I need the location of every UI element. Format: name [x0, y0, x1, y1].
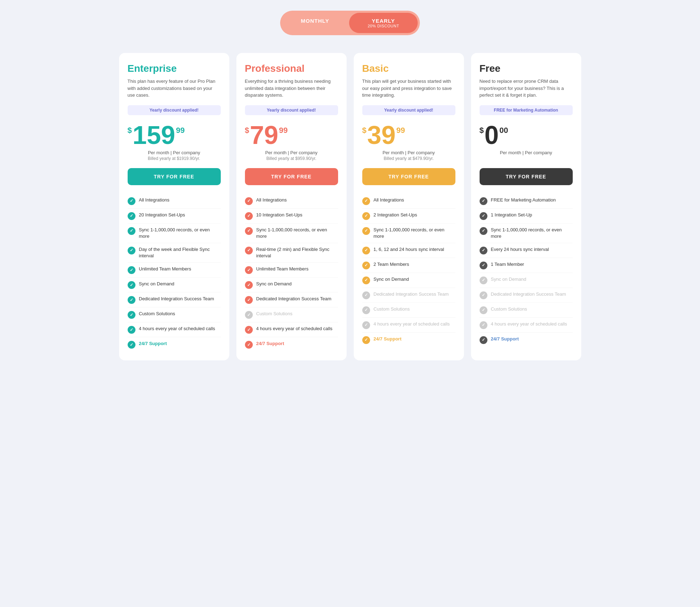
- monthly-label: MONTHLY: [301, 18, 329, 24]
- toggle-monthly[interactable]: MONTHLY: [282, 13, 348, 33]
- check-icon: ✓: [362, 262, 370, 269]
- feature-item: ✓ Sync on Demand: [128, 278, 221, 292]
- feature-text: Sync 1-1,000,000 records, or even more: [491, 227, 573, 240]
- check-icon: ✓: [245, 266, 253, 274]
- plan-name: Basic: [362, 63, 455, 74]
- feature-text: Dedicated Integration Success Team: [139, 296, 214, 302]
- cta-button-professional[interactable]: TRY FOR FREE: [245, 168, 338, 185]
- feature-text: 2 Team Members: [374, 261, 409, 268]
- price-period: Per month | Per company: [480, 150, 573, 155]
- feature-item: ✓ All Integrations: [128, 194, 221, 209]
- check-icon: ✓: [128, 266, 135, 274]
- support-link[interactable]: 24/7 Support: [256, 341, 284, 346]
- check-icon: ✓: [480, 247, 487, 254]
- feature-item: ✓ 24/7 Support: [362, 333, 455, 347]
- check-icon: ✓: [480, 197, 487, 205]
- feature-item: ✓ 1, 6, 12 and 24 hours sync interval: [362, 243, 455, 258]
- feature-text: 1 Integration Set-Up: [491, 212, 532, 218]
- feature-item: ✓ 10 Integration Set-Ups: [245, 209, 338, 224]
- plan-card-enterprise: Enterprise This plan has every feature o…: [119, 53, 229, 360]
- discount-badge: Yearly discount applied!: [362, 105, 455, 115]
- support-link[interactable]: 24/7 Support: [491, 336, 519, 342]
- check-icon: ✓: [245, 311, 253, 319]
- feature-item: ✓ Unlimited Team Members: [245, 263, 338, 278]
- plan-description: This plan has every feature of our Pro P…: [128, 78, 221, 99]
- feature-text: 4 hours every year of scheduled calls: [139, 326, 215, 332]
- plan-description: Need to replace error prone CRM data imp…: [480, 78, 573, 99]
- check-icon: ✓: [245, 281, 253, 289]
- check-icon: ✓: [480, 212, 487, 220]
- price-dollar: $: [362, 126, 367, 135]
- feature-item: ✓ Sync 1-1,000,000 records, or even more: [128, 224, 221, 243]
- feature-item: ✓ All Integrations: [362, 194, 455, 209]
- price-yearly: Billed yearly at $959.90/yr.: [245, 156, 338, 161]
- price-main: 159: [133, 122, 175, 148]
- check-icon: ✓: [128, 326, 135, 334]
- feature-text: 2 Integration Set-Ups: [374, 212, 417, 218]
- feature-text: Custom Solutions: [491, 306, 527, 312]
- feature-text: 24/7 Support: [491, 336, 519, 342]
- feature-text: Unlimited Team Members: [139, 266, 191, 272]
- check-icon: ✓: [480, 276, 487, 284]
- plan-name: Free: [480, 63, 573, 74]
- plan-name: Enterprise: [128, 63, 221, 74]
- check-icon: ✓: [128, 341, 135, 349]
- check-icon: ✓: [362, 276, 370, 284]
- check-icon: ✓: [128, 296, 135, 304]
- feature-text: 1, 6, 12 and 24 hours sync interval: [374, 246, 444, 253]
- check-icon: ✓: [480, 306, 487, 314]
- plans-grid: Enterprise This plan has every feature o…: [119, 53, 581, 360]
- feature-item: ✓ Every 24 hours sync interval: [480, 243, 573, 258]
- price-period: Per month | Per company: [128, 150, 221, 155]
- check-icon: ✓: [362, 212, 370, 220]
- check-icon: ✓: [480, 262, 487, 269]
- cta-button-enterprise[interactable]: TRY FOR FREE: [128, 168, 221, 185]
- toggle-yearly[interactable]: YEARLY 20% Discount: [349, 13, 418, 33]
- support-link[interactable]: 24/7 Support: [374, 336, 402, 342]
- discount-badge: Yearly discount applied!: [128, 105, 221, 115]
- feature-item: ✓ Sync on Demand: [480, 273, 573, 288]
- price-period: Per month | Per company: [362, 150, 455, 155]
- check-icon: ✓: [362, 291, 370, 299]
- check-icon: ✓: [128, 212, 135, 220]
- feature-item: ✓ 1 Team Member: [480, 258, 573, 273]
- feature-text: Unlimited Team Members: [256, 266, 309, 272]
- feature-item: ✓ 2 Integration Set-Ups: [362, 209, 455, 224]
- toggle-container: MONTHLY YEARLY 20% Discount: [280, 11, 420, 35]
- price-yearly: Billed yearly at $1919.90/yr.: [128, 156, 221, 161]
- price-block: $ 39 99: [362, 122, 455, 148]
- price-main: 79: [250, 122, 278, 148]
- feature-item: ✓ Dedicated Integration Success Team: [128, 292, 221, 307]
- check-icon: ✓: [128, 197, 135, 205]
- check-icon: ✓: [128, 281, 135, 289]
- check-icon: ✓: [128, 311, 135, 319]
- check-icon: ✓: [362, 321, 370, 329]
- feature-item: ✓ Custom Solutions: [480, 303, 573, 318]
- feature-item: ✓ Sync on Demand: [362, 273, 455, 288]
- feature-item: ✓ Custom Solutions: [245, 307, 338, 322]
- feature-text: All Integrations: [139, 197, 170, 203]
- feature-text: Sync on Demand: [256, 281, 292, 287]
- cta-button-free[interactable]: TRY FOR FREE: [480, 168, 573, 185]
- discount-badge: Yearly discount applied!: [245, 105, 338, 115]
- feature-item: ✓ Dedicated Integration Success Team: [362, 288, 455, 303]
- cta-button-basic[interactable]: TRY FOR FREE: [362, 168, 455, 185]
- support-link[interactable]: 24/7 Support: [139, 341, 167, 346]
- feature-text: Custom Solutions: [374, 306, 410, 312]
- feature-item: ✓ 24/7 Support: [245, 337, 338, 352]
- feature-text: 4 hours every year of scheduled calls: [491, 321, 567, 327]
- feature-text: 24/7 Support: [256, 340, 284, 347]
- check-icon: ✓: [480, 336, 487, 344]
- check-icon: ✓: [480, 227, 487, 235]
- feature-text: All Integrations: [374, 197, 404, 203]
- check-icon: ✓: [245, 341, 253, 349]
- feature-item: ✓ 1 Integration Set-Up: [480, 209, 573, 224]
- price-main: 0: [485, 122, 499, 148]
- feature-text: 1 Team Member: [491, 261, 524, 268]
- feature-item: ✓ Dedicated Integration Success Team: [245, 292, 338, 307]
- feature-text: Dedicated Integration Success Team: [491, 291, 566, 297]
- feature-text: Sync 1-1,000,000 records, or even more: [139, 227, 221, 240]
- feature-item: ✓ 4 hours every year of scheduled calls: [362, 318, 455, 333]
- feature-item: ✓ 2 Team Members: [362, 258, 455, 273]
- feature-text: Sync on Demand: [491, 276, 527, 283]
